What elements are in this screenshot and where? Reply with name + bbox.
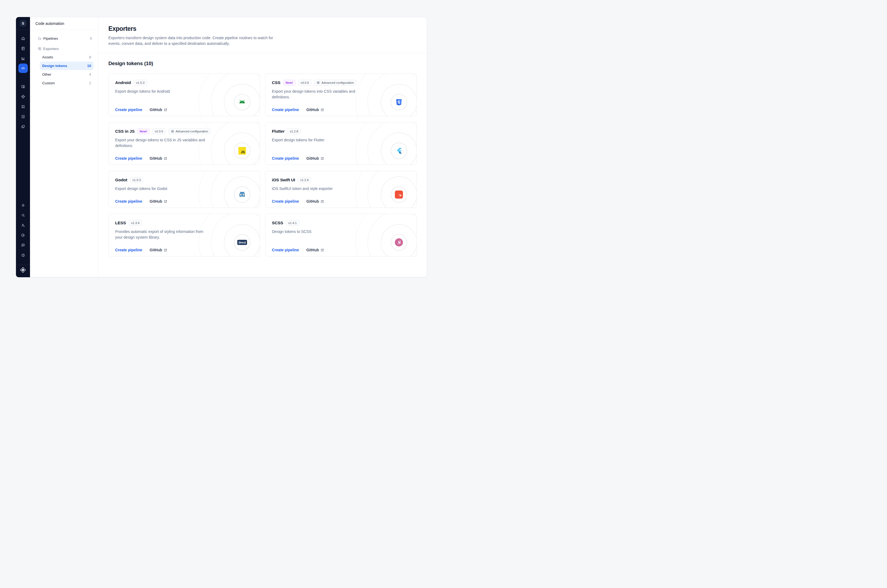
card-description: Provides automatic export of styling inf… (115, 229, 207, 240)
subitem-count: 2 (89, 81, 91, 85)
card-title: LESS (115, 220, 126, 225)
github-link-label: GitHub (306, 248, 319, 252)
sidebar-subitem-custom[interactable]: Custom 2 (40, 79, 93, 87)
exporter-logo-circle (234, 94, 250, 110)
sidebar-item-label: Exporters (43, 47, 59, 51)
github-link[interactable]: GitHub (149, 248, 167, 252)
sidebar-subitem-assets[interactable]: Assets 8 (40, 53, 93, 62)
rail-color-styles-button[interactable] (18, 82, 28, 92)
card-description: iOS SwiftUI token and style exporter (272, 186, 364, 192)
create-pipeline-link[interactable]: Create pipeline (115, 248, 142, 252)
analytics-icon (21, 57, 25, 60)
pages-copy-icon (21, 124, 25, 129)
rail-search-button[interactable] (18, 210, 28, 220)
home-icon (21, 36, 25, 40)
godot-logo-icon (238, 190, 246, 199)
github-link[interactable]: GitHub (306, 248, 324, 252)
github-link-label: GitHub (306, 108, 319, 112)
exporter-card-scss: S SCSS v1.4.1 Design tokens to SCSS Crea… (265, 214, 417, 256)
exporter-logo-circle (391, 142, 407, 159)
exporter-logo-circle (391, 94, 407, 110)
sliders-icon (171, 130, 174, 133)
exporter-card-flutter: Flutter v1.2.8 Export design tokens for … (265, 122, 417, 165)
rail-pages-button[interactable] (18, 122, 28, 131)
swift-logo-icon (395, 190, 403, 199)
card-title: Flutter (272, 129, 285, 134)
version-badge: v1.3.4 (129, 220, 142, 226)
subitem-label: Other (42, 72, 51, 76)
svg-text:S: S (23, 116, 24, 117)
main-panel: Exporters Exporters transform design sys… (98, 17, 427, 277)
rail-tokens-button[interactable] (18, 92, 28, 101)
rail-group-mid: S (18, 82, 28, 132)
github-link[interactable]: GitHub (306, 199, 324, 204)
subitem-count: 8 (89, 55, 91, 59)
version-badge: v2.0.5 (152, 128, 165, 134)
external-link-icon (164, 157, 167, 160)
page-body: Design tokens (10) Android v1.5.3 Export (98, 60, 427, 256)
rail-code-automation-button[interactable] (18, 63, 28, 73)
create-pipeline-link[interactable]: Create pipeline (272, 199, 299, 204)
github-link[interactable]: GitHub (306, 156, 324, 160)
version-badge: v3.0.6 (298, 80, 311, 86)
sliders-icon (317, 81, 320, 84)
app-window: S (16, 17, 427, 277)
svg-text:JS: JS (241, 150, 245, 154)
github-link[interactable]: GitHub (149, 156, 167, 160)
subitem-count: 4 (89, 72, 91, 76)
external-link-icon (164, 200, 167, 203)
sidebar-subitem-other[interactable]: Other 4 (40, 70, 93, 79)
create-pipeline-link[interactable]: Create pipeline (115, 199, 142, 204)
exporter-card-godot: Godot v1.0.3 Export design tokens for Go… (108, 171, 260, 208)
rail-settings-button[interactable] (18, 230, 28, 240)
version-badge: v1.4.1 (286, 220, 299, 226)
invite-user-icon (21, 223, 25, 227)
card-description: Export design tokens for Flutter (272, 137, 364, 143)
rail-help-button[interactable] (18, 250, 28, 260)
external-link-icon (321, 108, 324, 112)
less-logo-icon: {less} (237, 240, 247, 245)
exporter-logo-circle (391, 186, 407, 202)
rail-analytics-button[interactable] (18, 54, 28, 63)
github-link[interactable]: GitHub (306, 108, 324, 112)
workspace-logo[interactable]: S (20, 20, 27, 27)
rail-notifications-button[interactable] (18, 200, 28, 210)
workspace-logo-letter: S (22, 21, 24, 26)
external-link-icon (164, 248, 167, 252)
svg-text:{less}: {less} (239, 241, 246, 244)
sidebar-subitem-design-tokens[interactable]: Design tokens 10 (40, 62, 93, 70)
sidebar-item-pipelines[interactable]: Pipelines 0 (30, 34, 98, 42)
rail-feedback-button[interactable] (18, 240, 28, 250)
svg-text:S: S (397, 240, 401, 245)
version-badge: v1.5.3 (134, 80, 147, 86)
exporter-card-css: CSS New! v3.0.6 Advanced configuration E… (265, 74, 417, 116)
card-description: Export your design tokens to CSS in JS v… (115, 137, 207, 148)
supernova-logo-button[interactable] (20, 267, 26, 274)
card-description: Export design tokens for Godot (115, 186, 207, 192)
sidebar-item-exporters[interactable]: Exporters (30, 45, 98, 53)
github-link[interactable]: GitHub (149, 199, 167, 204)
exporter-logo-circle: {less} (234, 234, 250, 250)
create-pipeline-link[interactable]: Create pipeline (272, 156, 299, 160)
create-pipeline-link[interactable]: Create pipeline (272, 108, 299, 112)
rail-home-button[interactable] (18, 33, 28, 43)
help-icon (21, 253, 25, 257)
rail-storybook-button[interactable]: S (18, 112, 28, 122)
rail-components-button[interactable] (18, 102, 28, 111)
exporters-package-icon (38, 47, 42, 51)
search-icon (21, 213, 25, 217)
section-title: Design tokens (10) (108, 60, 417, 66)
create-pipeline-link[interactable]: Create pipeline (115, 156, 142, 160)
color-styles-icon (21, 85, 25, 88)
create-pipeline-link[interactable]: Create pipeline (115, 108, 142, 112)
bell-icon (21, 203, 25, 207)
advanced-configuration-badge: Advanced configuration (314, 80, 356, 86)
rail-documentation-button[interactable] (18, 44, 28, 53)
version-badge: v1.0.3 (130, 177, 143, 183)
github-link[interactable]: GitHub (149, 108, 167, 112)
rail-invite-user-button[interactable] (18, 220, 28, 230)
create-pipeline-link[interactable]: Create pipeline (272, 248, 299, 252)
documentation-icon (21, 46, 25, 51)
exporter-card-css-in-js: JS CSS in JS New! v2.0.5 Advanced config… (108, 122, 260, 165)
github-link-label: GitHub (306, 156, 319, 160)
